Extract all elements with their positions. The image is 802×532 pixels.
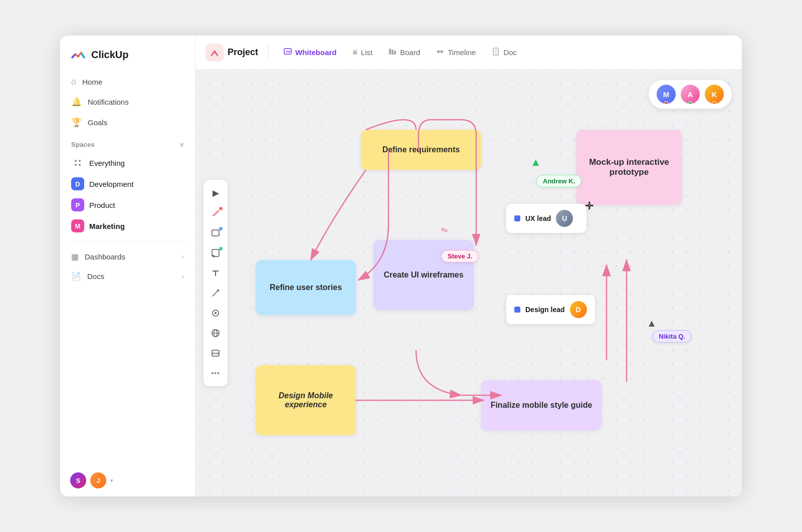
sidebar-item-home[interactable]: ⌂ Home <box>66 72 189 92</box>
whiteboard-canvas[interactable]: ▶ <box>195 70 742 496</box>
sidebar-item-docs[interactable]: 📄 Docs › <box>66 267 189 286</box>
tool-cursor[interactable]: ▶ <box>207 184 225 202</box>
sidebar-item-notifications[interactable]: 🔔 Notifications <box>66 92 189 112</box>
tab-list-label: List <box>361 48 372 57</box>
cursor-arrow-nikita: ▲ <box>647 318 657 329</box>
doc-tab-icon <box>492 48 500 58</box>
header-tabs: Whiteboard ≡ List Board Timeline <box>277 44 524 62</box>
timeline-tab-icon <box>436 48 444 58</box>
card-finalize-guide-text: Finalize mobile style guide <box>491 401 592 410</box>
sidebar-item-dashboards[interactable]: ▦ Dashboards › <box>66 247 189 267</box>
svg-rect-6 <box>389 49 391 55</box>
tool-rect[interactable] <box>207 224 225 242</box>
tool-note[interactable] <box>207 244 225 262</box>
main-content: Project Whiteboard ≡ List Boar <box>195 36 742 496</box>
tag-andrew: Andrew K. <box>536 175 581 187</box>
design-lead-avatar: D <box>570 301 587 318</box>
spaces-chevron-icon[interactable]: ∨ <box>179 141 184 148</box>
card-design-mobile[interactable]: Design Mobile experience <box>256 365 356 435</box>
product-badge: P <box>71 198 84 211</box>
ux-lead-text: UX lead <box>525 214 551 222</box>
tab-board-label: Board <box>400 48 420 57</box>
tool-connector[interactable] <box>207 284 225 302</box>
svg-rect-17 <box>212 230 219 236</box>
user-avatar-img[interactable]: J <box>90 472 106 488</box>
sidebar-bottom-nav: ▦ Dashboards › 📄 Docs › <box>60 247 195 286</box>
wb-avatar-2[interactable]: A <box>680 84 701 105</box>
tab-board[interactable]: Board <box>381 44 427 62</box>
spaces-label: Spaces <box>71 141 95 148</box>
sidebar-item-label-everything: Everything <box>89 159 125 167</box>
card-define-requirements[interactable]: Define requirements <box>361 130 481 170</box>
sidebar-item-marketing[interactable]: M Marketing <box>66 215 189 236</box>
tool-image[interactable] <box>207 344 225 362</box>
sidebar-item-everything[interactable]: Everything <box>66 152 189 173</box>
sidebar-item-label-marketing: Marketing <box>89 222 125 230</box>
tool-more[interactable]: ••• <box>207 364 225 382</box>
header-project: Project <box>206 44 269 62</box>
docs-chevron-icon: › <box>182 273 184 280</box>
tab-timeline-label: Timeline <box>448 48 476 57</box>
project-title: Project <box>228 47 258 58</box>
card-mockup[interactable]: Mock-up interactive prototype <box>576 130 682 205</box>
tool-magic[interactable] <box>207 304 225 322</box>
dashboards-icon: ▦ <box>71 252 79 261</box>
development-badge: D <box>71 177 84 190</box>
project-icon <box>206 44 224 62</box>
ux-lead-avatar: U <box>556 210 573 227</box>
wb-avatar-3[interactable]: K <box>704 84 725 105</box>
sidebar-item-label-development: Development <box>89 180 133 188</box>
home-icon: ⌂ <box>71 77 76 87</box>
divider-1 <box>68 241 187 242</box>
tab-whiteboard[interactable]: Whiteboard <box>277 44 344 62</box>
spaces-nav: Everything D Development P Product M Mar… <box>60 152 195 236</box>
sidebar-item-label-docs: Docs <box>87 272 104 281</box>
marketing-badge: M <box>71 219 84 232</box>
footer-chevron-icon[interactable]: ▾ <box>110 477 113 484</box>
goals-icon: 🏆 <box>71 117 82 128</box>
card-mockup-text: Mock-up interactive prototype <box>584 157 674 177</box>
whiteboard-tab-icon <box>284 48 292 58</box>
whiteboard-toolbar: ▶ <box>204 180 228 386</box>
whiteboard-avatar-group: M A K <box>649 80 732 109</box>
tool-text[interactable] <box>207 264 225 282</box>
header: Project Whiteboard ≡ List Boar <box>195 36 742 70</box>
card-finalize-guide[interactable]: Finalize mobile style guide <box>481 380 602 430</box>
sidebar-item-goals[interactable]: 🏆 Goals <box>66 112 189 133</box>
sidebar-item-label-notifications: Notifications <box>88 98 129 106</box>
sidebar-item-label-home: Home <box>82 78 102 86</box>
tag-steve-text: Steve J. <box>448 252 472 260</box>
sidebar: ClickUp ⌂ Home 🔔 Notifications 🏆 Goals S… <box>60 36 195 496</box>
tab-list[interactable]: ≡ List <box>346 44 380 61</box>
dashboards-chevron-icon: › <box>182 253 184 260</box>
logo-icon <box>70 47 86 63</box>
bell-icon: 🔔 <box>71 97 82 107</box>
avatar-indicator-3 <box>712 101 717 105</box>
user-avatar-s[interactable]: S <box>70 472 86 488</box>
sidebar-item-label-goals: Goals <box>88 118 107 127</box>
logo: ClickUp <box>60 36 195 72</box>
sidebar-item-development[interactable]: D Development <box>66 173 189 194</box>
docs-icon: 📄 <box>71 272 81 281</box>
spaces-section-header: Spaces ∨ <box>60 133 195 152</box>
tab-timeline[interactable]: Timeline <box>429 44 483 62</box>
tool-pen[interactable] <box>207 204 225 222</box>
tool-globe[interactable] <box>207 324 225 342</box>
everything-icon <box>71 156 84 169</box>
tab-doc[interactable]: Doc <box>485 44 524 62</box>
svg-point-22 <box>215 312 217 314</box>
sidebar-item-label-product: Product <box>89 201 115 209</box>
card-define-requirements-text: Define requirements <box>382 145 460 154</box>
avatar-indicator-1 <box>664 101 669 105</box>
tag-steve: Steve J. <box>441 250 479 262</box>
tab-whiteboard-label: Whiteboard <box>295 48 337 57</box>
card-refine-stories[interactable]: Refine user stories <box>256 260 356 315</box>
ux-lead-dot <box>514 215 520 221</box>
design-lead-dot <box>514 307 520 313</box>
tag-andrew-text: Andrew K. <box>543 177 575 185</box>
sidebar-item-product[interactable]: P Product <box>66 194 189 215</box>
sidebar-footer: S J ▾ <box>60 464 195 496</box>
svg-rect-8 <box>394 51 396 55</box>
wb-avatar-1[interactable]: M <box>656 84 677 105</box>
sidebar-item-label-dashboards: Dashboards <box>85 252 125 261</box>
